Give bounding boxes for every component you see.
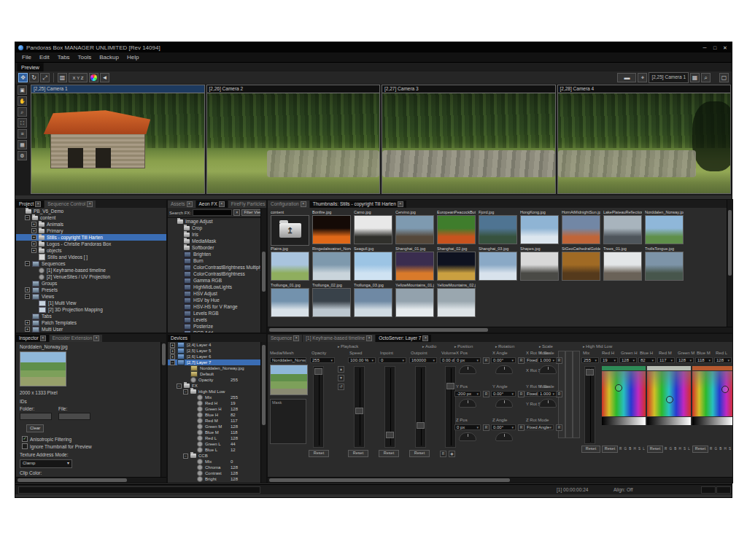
spinner-icon[interactable]: ▾ <box>689 358 692 362</box>
snap-icon[interactable]: ⌖ <box>638 73 647 82</box>
device-tree-item[interactable]: Green M128 <box>168 424 266 429</box>
record-toggle[interactable]: R <box>518 357 525 364</box>
device-tree-item[interactable]: Blue L12 <box>168 447 266 453</box>
volume-mute-toggle[interactable]: ◉ <box>449 451 455 457</box>
thumbnail-image[interactable] <box>437 288 476 317</box>
hml-gray-slider[interactable] <box>602 417 646 425</box>
hml-picker-marker[interactable] <box>615 384 622 392</box>
fader-handle[interactable] <box>586 369 594 376</box>
fx-list-item[interactable]: MediaMask <box>168 238 266 244</box>
device-tree-item[interactable]: Norddalen_Norway.jpg <box>168 365 266 371</box>
hml-channel-letters[interactable]: R G B H S L <box>710 447 732 451</box>
fx-list-item[interactable]: ColorContrastBrightness Multiply <box>168 264 266 271</box>
group-playback[interactable]: Playback <box>338 344 358 349</box>
split-view-icon[interactable]: ▥ <box>58 73 67 82</box>
params-tab-2[interactable]: OctoServer: Layer 7× <box>376 335 431 342</box>
fx-scrollbar[interactable] <box>260 208 266 332</box>
thumbnail-image[interactable] <box>354 215 392 244</box>
fx-list-item[interactable]: HighMidLowLights <box>168 284 266 290</box>
hml-col-field[interactable]: 19▾ <box>600 357 618 363</box>
anisotropic-checkbox[interactable]: ✓ <box>22 436 28 442</box>
thumbnails-hscrollbar[interactable] <box>268 327 732 332</box>
spinner-icon[interactable]: ▾ <box>651 358 654 362</box>
camera-select-dropdown[interactable]: [2,25] Camera 1 <box>649 72 689 83</box>
thumbnail-image[interactable] <box>271 288 309 317</box>
texture-address-mode-dropdown[interactable]: Clamp▾ <box>20 459 72 468</box>
hml-gray-slider[interactable] <box>692 417 732 425</box>
expander-icon[interactable]: − <box>177 384 182 389</box>
thumbnail-item[interactable]: Trollunga_01.jpg <box>269 282 311 319</box>
rotary-knob[interactable] <box>539 365 557 374</box>
group-audio[interactable]: Audio <box>422 344 436 349</box>
device-tree-item[interactable]: Bright128 <box>168 476 266 482</box>
outpoint-fader[interactable] <box>415 366 426 448</box>
thumbnail-item[interactable]: Norddalen_Norway.jpg <box>643 209 685 246</box>
params-tab-1[interactable]: [1] Keyframe-based timeline× <box>303 335 375 342</box>
spinner-icon[interactable]: ▾ <box>371 358 374 362</box>
device-tree-item[interactable]: Opacity255 <box>168 377 266 383</box>
spinner-icon[interactable]: ▾ <box>476 358 479 362</box>
spinner-icon[interactable]: ▾ <box>549 425 551 429</box>
orbit-tool-icon[interactable]: ↻ <box>29 73 39 82</box>
record-toggle[interactable]: R <box>483 357 489 364</box>
fader-handle[interactable] <box>314 368 322 375</box>
menu-help[interactable]: Help <box>127 54 139 61</box>
hml-color-picker[interactable] <box>692 371 732 416</box>
pan-tool-icon[interactable]: ✋ <box>18 96 27 106</box>
fx-list-item[interactable]: Crop <box>168 225 266 231</box>
menu-edit[interactable]: Edit <box>39 54 50 61</box>
tab-close-icon[interactable]: × <box>187 201 193 207</box>
spinner-icon[interactable]: ▾ <box>511 358 514 362</box>
media-thumbnail[interactable] <box>270 365 308 395</box>
outpoint-field[interactable]: 160000▾ <box>409 357 437 363</box>
thumbnail-image[interactable] <box>312 252 351 281</box>
expander-icon[interactable]: + <box>31 235 36 240</box>
fx-tab-2[interactable]: FireFly Particles× <box>228 201 266 208</box>
spinner-icon[interactable]: ▾ <box>632 358 635 362</box>
camera-pane-4[interactable]: [2,28] Camera 4 <box>557 85 732 194</box>
fullscreen-button[interactable]: ▬ <box>617 73 636 82</box>
expander-icon[interactable]: + <box>170 354 175 359</box>
thumbnail-item[interactable]: YellowMountains_01.jpg <box>394 282 436 319</box>
thumbnail-image[interactable] <box>479 215 517 244</box>
rotary-knob[interactable] <box>495 399 513 408</box>
thumbnail-item[interactable]: Fjord.jpg <box>477 209 519 246</box>
menu-file[interactable]: File <box>22 54 31 61</box>
hml-color-picker[interactable] <box>602 371 646 416</box>
fx-list-item[interactable]: HSV Adjust <box>168 290 266 297</box>
fx-tab-1[interactable]: Aeon FX× <box>196 201 228 208</box>
rotary-knob[interactable] <box>459 365 476 374</box>
ignore-thumbnail-checkbox[interactable] <box>22 443 28 449</box>
project-tab-1[interactable]: Sequence Control× <box>44 201 96 208</box>
magnifier-icon[interactable]: ⌕ <box>701 73 711 82</box>
thumbnail-image[interactable] <box>562 252 600 281</box>
fx-list-item[interactable]: Levels RGB <box>168 310 266 316</box>
fx-list-item[interactable]: Gamma RGB <box>168 277 266 284</box>
scale-field[interactable]: 1.000▾ <box>538 357 557 363</box>
thumbnail-image[interactable] <box>603 215 642 244</box>
inspector-clear-button[interactable]: Clear <box>26 424 44 432</box>
project-tree-item[interactable]: PB_V6_Demo <box>16 208 166 214</box>
maximize-button[interactable]: □ <box>711 44 719 51</box>
reset-button[interactable]: Reset <box>602 446 618 453</box>
thumbnail-item[interactable]: Cervino.jpg <box>394 209 436 246</box>
expander-icon[interactable]: + <box>25 327 30 332</box>
group-position[interactable]: Position <box>454 344 473 349</box>
expander-icon[interactable]: + <box>31 248 36 253</box>
opacity-fader[interactable] <box>313 366 324 448</box>
mask-box[interactable]: Mask <box>270 399 306 444</box>
device-tree-item[interactable]: −[2,7] Layer 7 <box>168 359 266 365</box>
thumbnail-image[interactable] <box>354 288 392 317</box>
scale-tool-icon[interactable]: ⤢ <box>40 73 50 82</box>
hml-color-picker[interactable] <box>647 371 691 416</box>
rotary-knob[interactable] <box>495 432 513 441</box>
thumbnail-item[interactable]: HongKong.jpg <box>519 209 560 246</box>
spinner-icon[interactable]: ▾ <box>476 425 479 429</box>
status-button[interactable] <box>716 486 731 494</box>
project-tree-item[interactable]: [1] Keyframe-based timeline <box>16 267 166 273</box>
thumbnail-image[interactable] <box>437 252 476 281</box>
hml-channel-letters[interactable]: R G B H S L <box>665 447 691 451</box>
thumbnail-image[interactable] <box>271 252 309 281</box>
project-tree-item[interactable]: [2] VenueSites / UV Projection <box>16 273 166 280</box>
camera-pane-2[interactable]: [2,26] Camera 2 <box>206 85 381 194</box>
